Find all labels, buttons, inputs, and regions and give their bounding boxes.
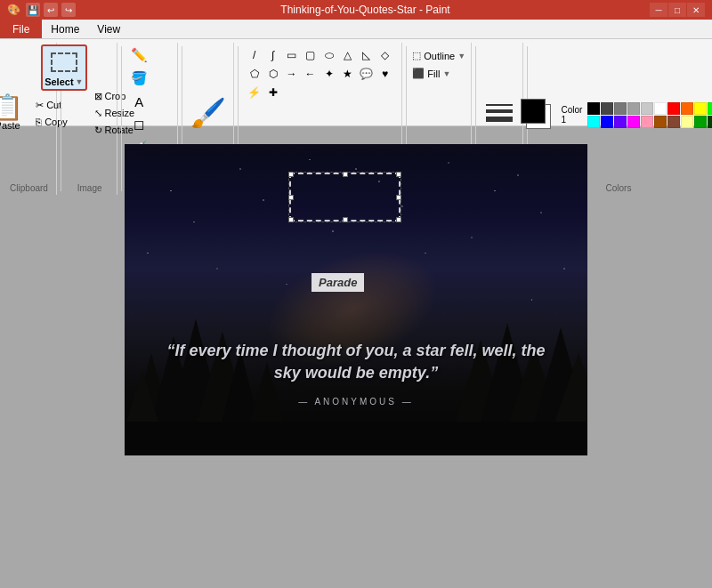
- handle-ml[interactable]: [288, 195, 294, 200]
- image-group: Select ▼ ⊠ Crop ⤡ Resize ↻: [64, 43, 117, 195]
- color-cell[interactable]: [708, 102, 712, 115]
- color-cell[interactable]: [587, 116, 600, 128]
- color-palette: [587, 102, 712, 128]
- color-cell[interactable]: [681, 102, 693, 115]
- select-button[interactable]: Select ▼: [41, 44, 86, 91]
- cross-shape[interactable]: ✚: [264, 84, 282, 101]
- parade-watermark: Parade: [312, 273, 364, 292]
- size-option-1[interactable]: [486, 104, 513, 106]
- color-cell[interactable]: [614, 102, 627, 115]
- quote-attribution: — ANONYMOUS —: [125, 397, 587, 407]
- star5-shape[interactable]: ★: [339, 65, 357, 83]
- paint-canvas[interactable]: Parade “If every time I thought of you, …: [125, 144, 587, 455]
- triangle-shape[interactable]: △: [339, 46, 357, 64]
- paste-icon: 📋: [0, 95, 23, 120]
- color-cell[interactable]: [627, 102, 640, 115]
- outline-chevron: ▼: [457, 52, 465, 60]
- file-menu[interactable]: File: [0, 20, 42, 38]
- ellipse-shape[interactable]: ⬭: [320, 46, 338, 64]
- select-label: Select: [44, 77, 73, 87]
- color-cell[interactable]: [694, 102, 707, 115]
- select-chevron: ▼: [76, 77, 84, 86]
- brushes-button[interactable]: 🖌️: [198, 102, 219, 124]
- pencil-tool[interactable]: ✏️: [128, 44, 150, 66]
- arrow-right-shape[interactable]: →: [283, 65, 301, 83]
- crop-icon: ⊠: [94, 91, 102, 102]
- text-tool[interactable]: A: [128, 91, 150, 112]
- image-label: Image: [68, 183, 111, 193]
- star4-shape[interactable]: ✦: [320, 65, 338, 83]
- handle-tl[interactable]: [288, 172, 294, 177]
- undo-icon[interactable]: ↩: [44, 3, 58, 17]
- right-triangle-shape[interactable]: ◺: [358, 46, 376, 64]
- color-cell[interactable]: [654, 116, 667, 128]
- color-cell[interactable]: [641, 102, 653, 115]
- view-menu[interactable]: View: [88, 20, 129, 38]
- svg-rect-12: [125, 422, 587, 456]
- color-cell[interactable]: [601, 116, 613, 128]
- color-cell[interactable]: [694, 116, 707, 128]
- color-cell[interactable]: [654, 102, 667, 115]
- handle-tr[interactable]: [396, 172, 401, 177]
- rounded-rect-shape[interactable]: ▢: [302, 46, 320, 64]
- outline-icon: ⬚: [412, 50, 421, 61]
- size-option-2[interactable]: [486, 109, 513, 113]
- title-bar: 🎨 💾 ↩ ↪ Thinking-of-You-Quotes-Star - Pa…: [0, 0, 712, 20]
- maximize-btn[interactable]: □: [668, 3, 686, 17]
- save-icon[interactable]: 💾: [26, 3, 40, 17]
- color-cell[interactable]: [614, 116, 627, 128]
- fill-dropdown[interactable]: ⬛ Fill ▼: [408, 66, 455, 81]
- outline-dropdown[interactable]: ⬚ Outline ▼: [408, 48, 470, 63]
- minimize-btn[interactable]: ─: [650, 3, 668, 17]
- color-cell[interactable]: [601, 102, 613, 115]
- eraser-tool[interactable]: ◻: [128, 114, 150, 135]
- callout-shape[interactable]: 💬: [358, 65, 376, 83]
- window-title: Thinking-of-You-Quotes-Star - Paint: [86, 4, 644, 16]
- color-cell[interactable]: [681, 116, 693, 128]
- handle-br[interactable]: [396, 217, 401, 222]
- hexagon-shape[interactable]: ⬡: [264, 65, 282, 83]
- color-cell[interactable]: [708, 116, 712, 128]
- canvas-area: Parade “If every time I thought of you, …: [0, 126, 712, 588]
- color1-label: Color 1: [562, 105, 583, 125]
- app-icon: 🎨: [7, 4, 20, 16]
- diamond-shape[interactable]: ◇: [376, 46, 394, 64]
- color-cell[interactable]: [668, 102, 680, 115]
- handle-tm[interactable]: [343, 172, 348, 177]
- handle-mr[interactable]: [396, 195, 401, 200]
- color-cell[interactable]: [668, 116, 680, 128]
- select-icon: [48, 48, 80, 77]
- color1-box[interactable]: [521, 99, 546, 124]
- selection-box: [289, 173, 400, 222]
- line-shape[interactable]: /: [246, 46, 263, 64]
- arrow-left-shape[interactable]: ←: [302, 65, 320, 83]
- curve-shape[interactable]: ∫: [264, 46, 282, 64]
- handle-bm[interactable]: [343, 217, 348, 222]
- close-btn[interactable]: ✕: [687, 3, 705, 17]
- resize-icon: ⤡: [94, 108, 102, 119]
- lightning-shape[interactable]: ⚡: [246, 84, 263, 101]
- rect-shape[interactable]: ▭: [283, 46, 301, 64]
- paste-button[interactable]: 📋 Paste: [0, 44, 28, 181]
- fill-tool[interactable]: 🪣: [128, 68, 150, 89]
- size-option-3[interactable]: [486, 117, 513, 122]
- quote-text: “If every time I thought of you, a star …: [125, 340, 587, 384]
- fill-chevron: ▼: [442, 69, 450, 78]
- fill-icon: ⬛: [412, 68, 425, 79]
- color-cell[interactable]: [627, 116, 640, 128]
- handle-bl[interactable]: [288, 217, 294, 222]
- clipboard-label: Clipboard: [7, 183, 51, 193]
- pentagon-shape[interactable]: ⬠: [246, 65, 263, 83]
- redo-icon[interactable]: ↪: [61, 3, 76, 17]
- color-cell[interactable]: [587, 102, 600, 115]
- color-cell[interactable]: [641, 116, 653, 128]
- home-menu[interactable]: Home: [42, 20, 88, 38]
- ribbon: 📋 Paste ✂ Cut ⎘ Copy Clipboard: [0, 39, 712, 126]
- menu-bar: File Home View: [0, 20, 712, 39]
- paste-label: Paste: [0, 120, 20, 131]
- rotate-icon: ↻: [94, 125, 102, 136]
- heart-shape[interactable]: ♥: [376, 65, 394, 83]
